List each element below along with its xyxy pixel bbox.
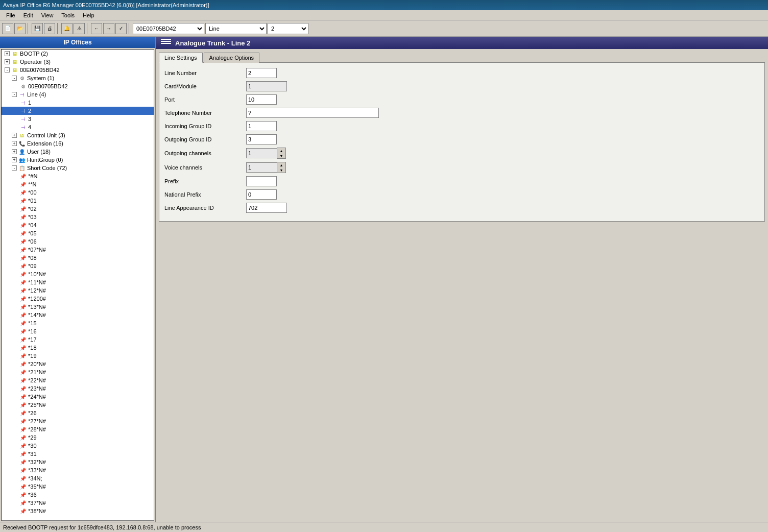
tree-item-system[interactable]: - ⚙ System (1) <box>2 74 154 82</box>
expand-extension[interactable]: + <box>12 141 17 146</box>
input-incoming-group-id[interactable] <box>246 121 277 131</box>
tree-item-system-item[interactable]: ⚙ 00E00705BD42 <box>2 82 154 90</box>
tree-item-sc25[interactable]: 📌 *21*N# <box>2 368 154 376</box>
tree-item-sc32[interactable]: 📌 *28*N# <box>2 425 154 433</box>
tree-item-sc8[interactable]: 📌 *05 <box>2 229 154 237</box>
tree-item-sc6[interactable]: 📌 *03 <box>2 213 154 221</box>
menu-edit[interactable]: Edit <box>19 11 37 19</box>
input-voice-channels[interactable] <box>246 162 277 173</box>
tree-item-sc12[interactable]: 📌 *09 <box>2 262 154 270</box>
tree-item-sc26[interactable]: 📌 *22*N# <box>2 376 154 384</box>
tree-item-sc13[interactable]: 📌 *10*N# <box>2 270 154 278</box>
expand-controlunit[interactable]: + <box>12 133 17 138</box>
device-select[interactable]: 00E00705BD42 <box>133 23 204 34</box>
tree-item-sc15[interactable]: 📌 *12*N# <box>2 286 154 295</box>
tree-item-sc41[interactable]: 📌 *37*N# <box>2 499 154 507</box>
toolbar-check[interactable]: ✓ <box>115 23 127 34</box>
tree-item-shortcode[interactable]: - 📋 Short Code (72) <box>2 164 154 172</box>
input-telephone-number[interactable] <box>246 108 379 118</box>
tree-item-sc5[interactable]: 📌 *02 <box>2 205 154 213</box>
tree-item-sc35[interactable]: 📌 *31 <box>2 450 154 458</box>
tree-item-sc33[interactable]: 📌 *29 <box>2 433 154 442</box>
input-port[interactable] <box>246 94 277 105</box>
tree-item-sc20[interactable]: 📌 *16 <box>2 327 154 335</box>
tree-item-sc42[interactable]: 📌 *38*N# <box>2 507 154 515</box>
tree-item-sc1[interactable]: 📌 *#N <box>2 172 154 180</box>
tree-container[interactable]: + 🖥 BOOTP (2) + 🖥 Operator (3) - 🖥 00E00… <box>1 49 154 521</box>
tree-item-sc24[interactable]: 📌 *20*N# <box>2 360 154 368</box>
tree-item-sc39[interactable]: 📌 *35*N# <box>2 482 154 491</box>
tree-item-sc34[interactable]: 📌 *30 <box>2 442 154 450</box>
toolbar-open[interactable]: 📂 <box>14 23 26 34</box>
tab-line-settings[interactable]: Line Settings <box>159 53 203 63</box>
tree-item-sc2[interactable]: 📌 **N <box>2 180 154 188</box>
tree-item-sc40[interactable]: 📌 *36 <box>2 491 154 499</box>
input-prefix[interactable] <box>246 176 277 186</box>
input-line-number[interactable] <box>246 68 277 78</box>
input-outgoing-channels[interactable] <box>246 148 277 158</box>
expand-device[interactable]: - <box>5 67 10 72</box>
spinner-down-voice[interactable]: ▼ <box>277 167 285 173</box>
input-line-appearance-id[interactable] <box>246 203 287 213</box>
tree-item-sc18[interactable]: 📌 *14*N# <box>2 311 154 319</box>
input-outgoing-group-id[interactable] <box>246 134 277 144</box>
tree-item-sc11[interactable]: 📌 *08 <box>2 254 154 262</box>
tree-item-sc28[interactable]: 📌 *24*N# <box>2 393 154 401</box>
toolbar-save[interactable]: 💾 <box>32 23 43 34</box>
number-select[interactable]: 2 <box>268 23 308 34</box>
tree-item-bootp[interactable]: + 🖥 BOOTP (2) <box>2 50 154 58</box>
tree-item-sc16[interactable]: 📌 *1200# <box>2 295 154 303</box>
menu-help[interactable]: Help <box>79 11 99 19</box>
tree-item-sc38[interactable]: 📌 *34N; <box>2 474 154 482</box>
tree-item-sc3[interactable]: 📌 *00 <box>2 188 154 197</box>
tree-item-sc21[interactable]: 📌 *17 <box>2 335 154 344</box>
toolbar-print[interactable]: 🖨 <box>44 23 55 34</box>
spinner-down-outgoing[interactable]: ▼ <box>277 153 285 158</box>
tree-item-line[interactable]: - ⊣ Line (4) <box>2 90 154 99</box>
expand-bootp[interactable]: + <box>5 51 10 56</box>
tree-item-operator[interactable]: + 🖥 Operator (3) <box>2 58 154 66</box>
tree-item-sc31[interactable]: 📌 *27*N# <box>2 417 154 425</box>
tree-item-user[interactable]: + 👤 User (18) <box>2 148 154 156</box>
spinner-up-voice[interactable]: ▲ <box>277 162 285 167</box>
toolbar-forward[interactable]: → <box>103 23 114 34</box>
tree-item-huntgroup[interactable]: + 👥 HuntGroup (0) <box>2 156 154 164</box>
tree-item-line1[interactable]: ⊣ 1 <box>2 99 154 107</box>
tree-item-sc17[interactable]: 📌 *13*N# <box>2 303 154 311</box>
tree-item-sc19[interactable]: 📌 *15 <box>2 319 154 327</box>
tree-item-sc30[interactable]: 📌 *26 <box>2 409 154 417</box>
expand-shortcode[interactable]: - <box>12 165 17 171</box>
tree-item-sc36[interactable]: 📌 *32*N# <box>2 458 154 466</box>
menu-file[interactable]: File <box>2 11 19 19</box>
tree-item-extension[interactable]: + 📞 Extension (16) <box>2 139 154 148</box>
expand-operator[interactable]: + <box>5 59 10 64</box>
tree-item-sc7[interactable]: 📌 *04 <box>2 221 154 229</box>
toolbar-new[interactable]: 📄 <box>2 23 13 34</box>
tree-item-line4[interactable]: ⊣ 4 <box>2 123 154 131</box>
expand-system[interactable]: - <box>12 76 17 81</box>
tree-item-device[interactable]: - 🖥 00E00705BD42 <box>2 66 154 74</box>
menu-view[interactable]: View <box>37 11 58 19</box>
expand-huntgroup[interactable]: + <box>12 157 17 162</box>
menu-tools[interactable]: Tools <box>57 11 79 19</box>
toolbar-alarm[interactable]: 🔔 <box>61 23 73 34</box>
tree-item-sc37[interactable]: 📌 *33*N# <box>2 466 154 474</box>
tree-item-controlunit[interactable]: + 🖥 Control Unit (3) <box>2 131 154 139</box>
tree-item-line2[interactable]: ⊣ 2 <box>2 107 154 115</box>
tree-item-sc29[interactable]: 📌 *25*N# <box>2 401 154 409</box>
toolbar-warn[interactable]: ⚠ <box>74 23 85 34</box>
expand-line[interactable]: - <box>12 92 17 97</box>
expand-user[interactable]: + <box>12 149 17 154</box>
spinner-up-outgoing[interactable]: ▲ <box>277 148 285 153</box>
tree-item-sc23[interactable]: 📌 *19 <box>2 352 154 360</box>
tree-item-sc27[interactable]: 📌 *23*N# <box>2 384 154 393</box>
tab-analogue-options[interactable]: Analogue Options <box>204 53 259 63</box>
tree-item-sc10[interactable]: 📌 *07*N# <box>2 246 154 254</box>
tree-item-sc14[interactable]: 📌 *11*N# <box>2 278 154 286</box>
tree-item-sc4[interactable]: 📌 *01 <box>2 197 154 205</box>
tree-item-sc22[interactable]: 📌 *18 <box>2 344 154 352</box>
input-national-prefix[interactable] <box>246 189 277 200</box>
type-select[interactable]: Line <box>205 23 267 34</box>
toolbar-back[interactable]: ← <box>91 23 102 34</box>
tree-item-line3[interactable]: ⊣ 3 <box>2 115 154 123</box>
